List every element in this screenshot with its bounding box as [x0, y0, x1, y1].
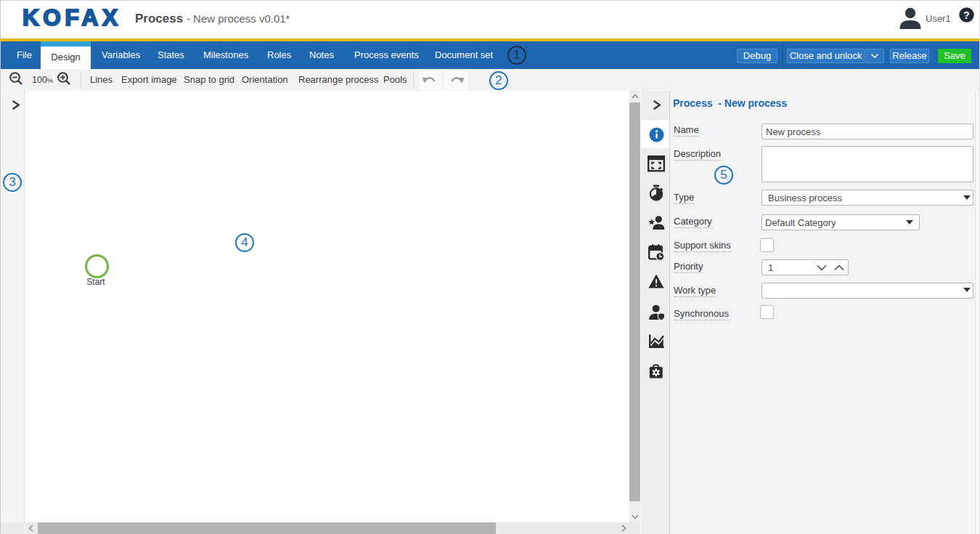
svg-text:?: ? — [963, 9, 970, 21]
svg-text:KOFAX: KOFAX — [23, 7, 118, 28]
